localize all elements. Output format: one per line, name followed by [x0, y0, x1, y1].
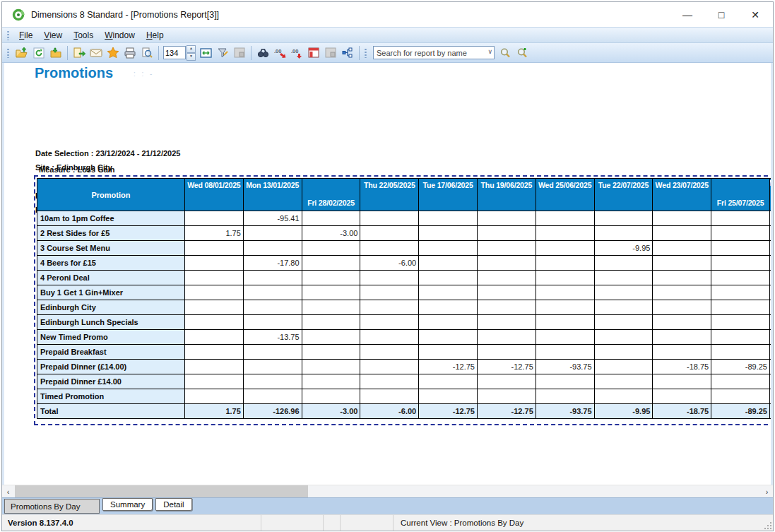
- table-cell[interactable]: [478, 330, 536, 345]
- report-panel-button[interactable]: [306, 45, 321, 61]
- table-cell[interactable]: [244, 389, 302, 404]
- table-cell-clipped[interactable]: [770, 360, 773, 374]
- table-cell[interactable]: [536, 256, 595, 271]
- close-button[interactable]: ✕: [743, 6, 767, 23]
- table-cell[interactable]: [244, 300, 302, 315]
- table-cell[interactable]: [711, 211, 770, 226]
- table-cell[interactable]: [360, 360, 419, 374]
- print-button[interactable]: [122, 45, 138, 61]
- clipped-column-header[interactable]: M: [770, 179, 773, 211]
- column-header[interactable]: Thu 19/06/2025: [478, 179, 536, 211]
- table-cell[interactable]: [244, 360, 302, 374]
- table-cell[interactable]: [185, 271, 244, 285]
- table-cell[interactable]: -95.41: [244, 211, 302, 226]
- table-cell[interactable]: [302, 256, 361, 271]
- table-cell[interactable]: [478, 389, 536, 404]
- table-cell[interactable]: [653, 226, 711, 241]
- total-cell[interactable]: -18.75: [653, 404, 711, 419]
- table-cell[interactable]: [536, 300, 595, 315]
- table-cell[interactable]: -12.75: [419, 360, 478, 374]
- table-cell[interactable]: [595, 345, 653, 360]
- table-cell[interactable]: [595, 211, 653, 226]
- increase-decimal-button[interactable]: .00: [272, 45, 288, 61]
- table-cell[interactable]: [185, 374, 244, 389]
- table-cell-clipped[interactable]: [770, 211, 773, 226]
- minimize-button[interactable]: —: [675, 6, 699, 23]
- export-button[interactable]: [71, 45, 87, 61]
- scrollbar-thumb[interactable]: [15, 485, 308, 497]
- table-cell[interactable]: [536, 345, 595, 360]
- table-cell[interactable]: -3.00: [302, 226, 361, 241]
- table-cell[interactable]: [595, 330, 653, 345]
- table-cell[interactable]: [360, 285, 419, 300]
- table-cell[interactable]: [595, 315, 653, 330]
- table-cell-clipped[interactable]: [770, 345, 773, 360]
- row-label[interactable]: Buy 1 Get 1 Gin+Mixer: [37, 285, 185, 300]
- table-cell[interactable]: [653, 330, 711, 345]
- table-cell[interactable]: [419, 211, 478, 226]
- menu-view[interactable]: View: [38, 29, 68, 42]
- table-cell-clipped[interactable]: [770, 271, 773, 285]
- row-label[interactable]: 3 Course Set Menu: [37, 241, 185, 256]
- table-cell[interactable]: [536, 315, 595, 330]
- zoom-input[interactable]: [163, 46, 186, 59]
- table-cell[interactable]: [478, 315, 536, 330]
- table-cell[interactable]: [595, 300, 653, 315]
- table-cell[interactable]: 1.75: [185, 226, 244, 241]
- total-cell[interactable]: 1.75: [185, 404, 244, 419]
- row-label[interactable]: Prepaid Dinner (£14.00): [37, 360, 185, 374]
- table-cell[interactable]: [302, 345, 361, 360]
- menu-file[interactable]: File: [13, 29, 38, 42]
- table-cell[interactable]: [653, 256, 711, 271]
- table-cell[interactable]: [711, 389, 770, 404]
- table-cell[interactable]: [595, 256, 653, 271]
- table-cell[interactable]: [302, 285, 361, 300]
- find-button[interactable]: [255, 45, 271, 61]
- search-toolbar-grip[interactable]: [364, 48, 367, 58]
- email-button[interactable]: [88, 45, 104, 61]
- table-cell-clipped[interactable]: [770, 226, 773, 241]
- panel-button-disabled[interactable]: [323, 45, 338, 61]
- table-cell[interactable]: [185, 300, 244, 315]
- zoom-down-button[interactable]: ▼: [187, 53, 196, 61]
- table-cell[interactable]: [711, 330, 770, 345]
- table-cell[interactable]: [711, 256, 770, 271]
- table-cell[interactable]: [244, 374, 302, 389]
- total-cell[interactable]: -93.75: [536, 404, 595, 419]
- table-cell[interactable]: [478, 285, 536, 300]
- table-cell[interactable]: [185, 241, 244, 256]
- table-cell[interactable]: [536, 389, 595, 404]
- table-cell[interactable]: [244, 345, 302, 360]
- table-cell[interactable]: [711, 315, 770, 330]
- table-cell[interactable]: [478, 241, 536, 256]
- table-cell[interactable]: [360, 374, 419, 389]
- table-cell-clipped[interactable]: [770, 256, 773, 271]
- table-cell-clipped[interactable]: [770, 374, 773, 389]
- tab-summary[interactable]: Summary: [102, 498, 153, 511]
- tab-detail[interactable]: Detail: [155, 498, 191, 511]
- scroll-right-button[interactable]: ›: [761, 485, 773, 497]
- table-cell[interactable]: [536, 330, 595, 345]
- table-cell[interactable]: [536, 285, 595, 300]
- table-cell[interactable]: [360, 226, 419, 241]
- table-cell[interactable]: [478, 345, 536, 360]
- total-row-label[interactable]: Total: [37, 404, 185, 419]
- total-cell[interactable]: -6.00: [360, 404, 419, 419]
- table-cell[interactable]: [653, 211, 711, 226]
- menu-help[interactable]: Help: [141, 29, 170, 42]
- table-cell[interactable]: [536, 241, 595, 256]
- open-report-button[interactable]: [14, 45, 30, 61]
- table-cell[interactable]: [595, 285, 653, 300]
- table-cell[interactable]: [244, 271, 302, 285]
- table-cell[interactable]: [244, 315, 302, 330]
- row-label[interactable]: Timed Promotion: [37, 389, 185, 404]
- table-cell[interactable]: [419, 330, 478, 345]
- table-cell[interactable]: [419, 345, 478, 360]
- table-cell[interactable]: -13.75: [244, 330, 302, 345]
- menu-tools[interactable]: Tools: [68, 29, 99, 42]
- table-cell[interactable]: [360, 211, 419, 226]
- table-cell[interactable]: [302, 389, 361, 404]
- column-header[interactable]: Thu 22/05/2025: [360, 179, 419, 211]
- table-cell[interactable]: [185, 330, 244, 345]
- zoom-up-button[interactable]: ▲: [187, 45, 196, 53]
